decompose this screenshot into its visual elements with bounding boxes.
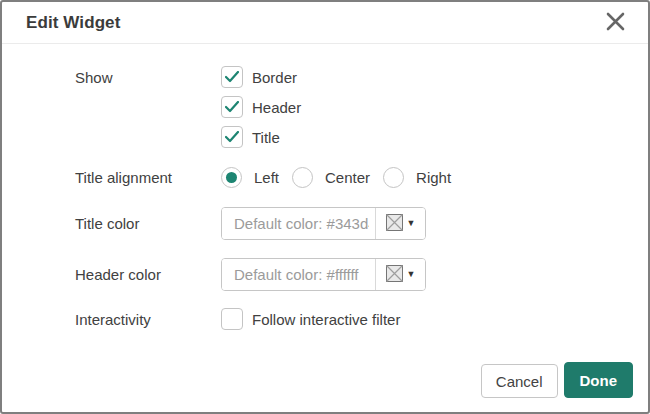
checkmark-icon <box>225 131 239 143</box>
header-checkbox[interactable] <box>221 96 243 118</box>
border-checkbox[interactable] <box>221 66 243 88</box>
close-icon <box>604 10 627 36</box>
center-radio[interactable] <box>292 167 313 188</box>
show-row-label: Show <box>75 66 221 86</box>
cancel-button[interactable]: Cancel <box>481 364 558 398</box>
transparent-color-swatch-icon <box>386 214 403 234</box>
title-color-control: ▼ <box>221 207 426 240</box>
header-color-row: Header color ▼ <box>75 258 624 291</box>
interactivity-row: Interactivity Follow interactive filter <box>75 308 624 330</box>
border-checkbox-label: Border <box>252 69 297 86</box>
left-radio-label: Left <box>254 169 279 186</box>
title-color-input[interactable] <box>222 208 375 239</box>
dialog-header: Edit Widget <box>2 2 648 44</box>
transparent-color-swatch-icon <box>386 265 403 285</box>
follow-filter-checkbox[interactable] <box>221 308 243 330</box>
chevron-down-icon: ▼ <box>407 270 416 279</box>
title-alignment-radio-group: Left Center Right <box>221 167 464 188</box>
title-color-label: Title color <box>75 215 221 232</box>
radio-item-right[interactable]: Right <box>383 167 451 188</box>
title-checkbox-label: Title <box>252 129 280 146</box>
interactivity-label: Interactivity <box>75 311 221 328</box>
left-radio[interactable] <box>221 167 242 188</box>
header-color-picker-dropdown[interactable]: ▼ <box>375 259 425 290</box>
title-alignment-row: Title alignment Left Center Right <box>75 167 624 188</box>
dialog-footer: Cancel Done <box>481 362 633 398</box>
dialog-body: Show Border Header <box>2 44 648 330</box>
done-button[interactable]: Done <box>564 362 634 398</box>
show-row: Show Border Header <box>75 66 624 148</box>
right-radio-label: Right <box>416 169 451 186</box>
follow-filter-checkbox-label: Follow interactive filter <box>252 311 400 328</box>
close-button[interactable] <box>600 8 630 38</box>
center-radio-label: Center <box>325 169 370 186</box>
right-radio[interactable] <box>383 167 404 188</box>
title-color-picker-dropdown[interactable]: ▼ <box>375 208 425 239</box>
checkbox-item-follow-filter[interactable]: Follow interactive filter <box>221 308 400 330</box>
header-checkbox-label: Header <box>252 99 301 116</box>
edit-widget-dialog: Edit Widget Show Border <box>0 0 650 414</box>
radio-item-center[interactable]: Center <box>292 167 370 188</box>
header-color-control: ▼ <box>221 258 426 291</box>
chevron-down-icon: ▼ <box>407 219 416 228</box>
checkmark-icon <box>225 71 239 83</box>
title-checkbox[interactable] <box>221 126 243 148</box>
header-color-label: Header color <box>75 266 221 283</box>
title-alignment-label: Title alignment <box>75 169 221 186</box>
dialog-title: Edit Widget <box>26 13 120 33</box>
checkbox-item-title[interactable]: Title <box>221 126 301 148</box>
title-color-row: Title color ▼ <box>75 207 624 240</box>
show-checkbox-group: Border Header Titl <box>221 66 301 148</box>
checkmark-icon <box>225 101 239 113</box>
checkbox-item-header[interactable]: Header <box>221 96 301 118</box>
radio-item-left[interactable]: Left <box>221 167 279 188</box>
checkbox-item-border[interactable]: Border <box>221 66 301 88</box>
header-color-input[interactable] <box>222 259 375 290</box>
